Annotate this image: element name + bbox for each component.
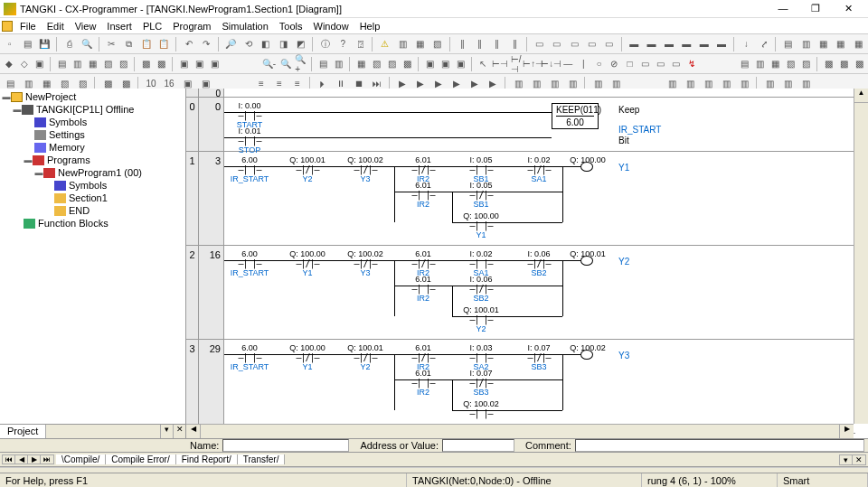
tb-icon[interactable]: ▩: [837, 56, 851, 72]
ladder-contact[interactable]: Q: 100.02—|/|—Y3: [340, 249, 391, 277]
tb-icon[interactable]: ▣: [454, 56, 467, 72]
tab-nav[interactable]: ⏮◀▶⏭: [2, 454, 54, 464]
output-close[interactable]: ✕: [853, 455, 865, 464]
menu-program[interactable]: Program: [167, 20, 216, 33]
tree-pane-close[interactable]: ✕: [173, 425, 185, 438]
menu-simulation[interactable]: Simulation: [216, 20, 273, 33]
info-icon[interactable]: ⓘ: [317, 36, 333, 52]
tb-icon[interactable]: ▬: [696, 36, 712, 52]
menu-tools[interactable]: Tools: [274, 20, 308, 33]
keep-instruction[interactable]: KEEP(011)6.00: [552, 103, 599, 129]
tb-icon[interactable]: ▨: [117, 56, 130, 72]
tb-icon[interactable]: ‖: [472, 36, 487, 52]
tb-icon[interactable]: ▥: [332, 56, 345, 72]
tb-icon[interactable]: ▭: [654, 56, 667, 72]
tb-icon[interactable]: ▧: [101, 56, 115, 72]
undo-icon[interactable]: ↶: [181, 36, 196, 52]
tree-end[interactable]: END: [69, 205, 90, 216]
redo-icon[interactable]: ↷: [198, 36, 213, 52]
contact-nc-icon[interactable]: ⊢/⊣: [510, 56, 524, 72]
tb-icon[interactable]: ▤: [316, 56, 330, 72]
tree-symbols[interactable]: Symbols: [49, 117, 87, 127]
ladder-contact[interactable]: I: 0.00—| |—START: [224, 101, 275, 129]
tb-icon[interactable]: ◆: [2, 56, 15, 72]
contact-no-icon[interactable]: ⊢⊣: [492, 56, 508, 72]
tb-icon[interactable]: ▥: [395, 36, 410, 52]
tb-icon[interactable]: ▤: [780, 36, 796, 52]
ladder-contact[interactable]: 6.00—| |—IR_START: [224, 249, 275, 277]
tb-icon[interactable]: ◧: [258, 36, 273, 52]
ladder-contact[interactable]: I: 0.01—| |—STOP: [224, 126, 275, 155]
help-icon[interactable]: ?: [335, 36, 351, 52]
tb-icon[interactable]: ▦: [769, 56, 782, 72]
tab-compile[interactable]: \ Compile /: [56, 454, 106, 464]
tb-icon[interactable]: ▩: [853, 56, 866, 72]
ladder-contact[interactable]: I: 0.06—|/|—SB2: [514, 249, 564, 277]
tb-icon[interactable]: ▥: [798, 36, 814, 52]
menu-plc[interactable]: PLC: [137, 20, 167, 33]
project-tree[interactable]: ▬NewProject ▬TANGKI[CP1L] Offline Symbol…: [0, 89, 185, 424]
tb-icon[interactable]: ▩: [155, 56, 168, 72]
tb-icon[interactable]: ‖: [489, 36, 505, 52]
tb-icon[interactable]: ▧: [429, 36, 445, 52]
tab-compile-error[interactable]: Compile Error /: [106, 454, 175, 464]
menu-file[interactable]: File: [14, 20, 42, 33]
tb-icon[interactable]: ▭: [567, 36, 582, 52]
tb-icon[interactable]: ▦: [86, 56, 99, 72]
paste-icon[interactable]: 📋: [138, 36, 154, 52]
tb-icon[interactable]: ▣: [208, 56, 222, 72]
whatsthis-icon[interactable]: ⍰: [353, 36, 368, 52]
tb-icon[interactable]: ▩: [139, 56, 153, 72]
tree-plc[interactable]: TANGKI[CP1L] Offline: [36, 104, 134, 115]
tb-icon[interactable]: ▭: [549, 36, 564, 52]
ladder-contact[interactable]: 6.00—| |—IR_START: [224, 155, 275, 183]
tb-icon[interactable]: ‖: [507, 36, 523, 52]
ladder-contact[interactable]: Q: 100.00—|/|—Y1: [282, 343, 333, 371]
tb-icon[interactable]: ▥: [753, 56, 767, 72]
tb-icon[interactable]: ▦: [412, 36, 428, 52]
ladder-contact[interactable]: Q: 100.01—| |—Y2: [456, 305, 506, 333]
tree-settings[interactable]: Settings: [49, 129, 85, 140]
warning-icon[interactable]: ⚠: [377, 36, 392, 52]
tree-programs[interactable]: Programs: [47, 155, 90, 165]
tb-icon[interactable]: ▨: [385, 56, 399, 72]
tb-icon[interactable]: ↓: [739, 36, 754, 52]
tb-icon[interactable]: ▣: [193, 56, 206, 72]
ladder-contact[interactable]: I: 0.05—|/|—SB1: [456, 181, 506, 209]
zoom-in-icon[interactable]: 🔍+: [294, 56, 307, 72]
tb-icon[interactable]: ▬: [644, 36, 659, 52]
tb-icon[interactable]: ▭: [601, 36, 617, 52]
tree-fb[interactable]: Function Blocks: [38, 218, 108, 229]
minimize-button[interactable]: —: [767, 1, 799, 17]
tb-icon[interactable]: ▬: [627, 36, 642, 52]
tb-icon[interactable]: ▭: [669, 56, 683, 72]
tree-tab-project[interactable]: Project: [0, 425, 46, 438]
preview-icon[interactable]: 🔍: [79, 36, 94, 52]
tb-icon[interactable]: ▧: [370, 56, 383, 72]
tb-icon[interactable]: ▩: [822, 56, 835, 72]
tb-icon[interactable]: ⤤: [756, 36, 771, 52]
ladder-contact[interactable]: 6.01—| |—IR2: [398, 275, 448, 303]
tb-icon[interactable]: ▭: [532, 36, 547, 52]
ladder-contact[interactable]: I: 0.02—| |—SA1: [456, 249, 506, 277]
tb-icon[interactable]: ▣: [423, 56, 437, 72]
cut-icon[interactable]: ✂: [104, 36, 119, 52]
ladder-contact[interactable]: Q: 100.00—| |—Y1: [456, 211, 506, 239]
instr-icon[interactable]: □: [623, 56, 637, 72]
tab-transfer[interactable]: Transfer /: [238, 454, 286, 464]
tree-root[interactable]: NewProject: [25, 91, 76, 102]
tree-memory[interactable]: Memory: [49, 142, 85, 153]
tb-icon[interactable]: ▬: [661, 36, 676, 52]
paste2-icon[interactable]: 📋: [156, 36, 172, 52]
maximize-button[interactable]: ❐: [799, 1, 832, 17]
ladder-contact[interactable]: I: 0.03—| |—SA2: [456, 343, 506, 371]
ladder-contact[interactable]: I: 0.02—|/|—SA1: [514, 155, 564, 183]
hline-icon[interactable]: —: [561, 56, 575, 72]
print-icon[interactable]: ⎙: [61, 36, 77, 52]
menu-window[interactable]: Window: [308, 20, 354, 33]
ladder-contact[interactable]: Q: 100.01—|/|—Y2: [282, 155, 333, 183]
ladder-contact[interactable]: I: 0.05—| |—SB1: [456, 155, 506, 183]
tb-icon[interactable]: ▦: [816, 36, 831, 52]
horizontal-scrollbar[interactable]: ◀▶: [186, 424, 854, 438]
ladder-contact[interactable]: 6.01—|/|—IR2: [398, 249, 448, 277]
